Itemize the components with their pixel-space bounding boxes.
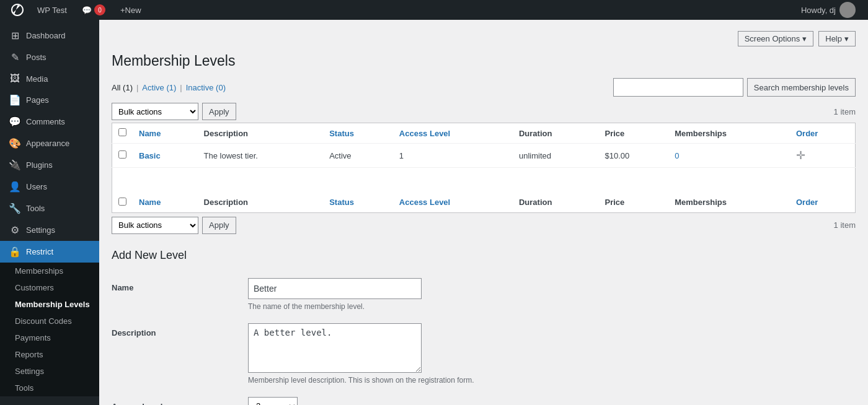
tfoot-access-level: Access Level (393, 193, 513, 213)
submenu-customers[interactable]: Customers (0, 279, 99, 296)
th-status: Status (323, 123, 393, 144)
sidebar-item-plugins[interactable]: 🔌 Plugins (0, 154, 99, 176)
select-all-checkbox[interactable] (118, 128, 126, 136)
th-name: Name (133, 123, 198, 144)
membership-table: Name Description Status Access Level Dur… (112, 123, 856, 213)
bulk-actions-select-top[interactable]: Bulk actions (112, 103, 198, 120)
sidebar-item-restrict[interactable]: 🔒 Restrict (0, 241, 99, 263)
tfoot-price: Price (598, 193, 668, 213)
plugins-icon: 🔌 (9, 159, 21, 171)
sidebar-item-comments[interactable]: 💬 Comments (0, 111, 99, 133)
submenu-tools[interactable]: Tools (0, 380, 99, 396)
name-input[interactable] (248, 278, 422, 299)
screen-options-button[interactable]: Screen Options ▾ (738, 31, 814, 46)
tfoot-status-link[interactable]: Status (329, 198, 354, 207)
sidebar-item-media[interactable]: 🖼 Media (0, 68, 99, 89)
restrict-icon: 🔒 (9, 246, 21, 258)
access-level-field: None 1 2 3 4 5 Level of access this memb… (248, 397, 856, 406)
th-access-level-link[interactable]: Access Level (399, 129, 450, 138)
appearance-icon: 🎨 (9, 137, 21, 149)
tfoot-description: Description (198, 193, 324, 213)
tfoot-duration: Duration (513, 193, 599, 213)
level-name-link[interactable]: Basic (139, 151, 161, 160)
submenu-reports[interactable]: Reports (0, 346, 99, 363)
td-access-level: 1 (393, 144, 513, 168)
td-price: $10.00 (598, 144, 668, 168)
sidebar-item-posts[interactable]: ✎ Posts (0, 46, 99, 68)
tfoot-order-link[interactable]: Order (796, 198, 818, 207)
submenu-settings[interactable]: Settings (0, 363, 99, 380)
tfoot-name-link[interactable]: Name (139, 198, 161, 207)
filter-all[interactable]: All (1) (112, 83, 133, 92)
description-row: Description A better level. Membership l… (112, 317, 856, 391)
item-count-top: 1 item (834, 107, 856, 116)
search-input[interactable] (613, 78, 743, 97)
row-checkbox[interactable] (118, 150, 126, 159)
submenu-payments[interactable]: Payments (0, 329, 99, 346)
access-level-label: Access Level (112, 397, 248, 406)
filter-inactive[interactable]: Inactive (0) (186, 83, 226, 92)
sidebar-item-tools[interactable]: 🔧 Tools (0, 198, 99, 219)
page-title: Membership Levels (112, 53, 856, 69)
th-access-level: Access Level (393, 123, 513, 144)
td-duration: unlimited (513, 144, 599, 168)
apply-button-bottom[interactable]: Apply (202, 217, 236, 234)
tfoot-name: Name (133, 193, 198, 213)
bulk-actions-select-bottom[interactable]: Bulk actions (112, 217, 198, 234)
name-description: The name of the membership level. (248, 302, 856, 311)
sidebar-item-users[interactable]: 👤 Users (0, 176, 99, 198)
user-howdy[interactable]: Howdy, dj (795, 2, 862, 18)
tfoot-memberships: Memberships (668, 193, 790, 213)
description-label: Description (112, 323, 248, 338)
main-content: Screen Options ▾ Help ▾ Membership Level… (99, 20, 868, 405)
th-price: Price (598, 123, 668, 144)
new-content-bar[interactable]: + New (114, 0, 148, 20)
submenu-membership-levels[interactable]: Membership Levels (0, 296, 99, 313)
settings-icon: ⚙ (9, 224, 21, 236)
top-bar: Screen Options ▾ Help ▾ (112, 31, 856, 46)
tfoot-access-level-link[interactable]: Access Level (399, 198, 450, 207)
sidebar-item-pages[interactable]: 📄 Pages (0, 89, 99, 111)
comments-bar[interactable]: 💬 0 (76, 0, 112, 20)
th-order: Order (790, 123, 856, 144)
th-description: Description (198, 123, 324, 144)
restrict-submenu: Memberships Customers Membership Levels … (0, 263, 99, 396)
th-duration: Duration (513, 123, 599, 144)
tfoot-checkbox (112, 193, 133, 213)
chevron-down-icon: ▾ (802, 34, 807, 43)
filter-links: All (1) | Active (1) | Inactive (0) (112, 83, 226, 92)
site-name-bar[interactable]: WP Test (31, 0, 73, 20)
help-button[interactable]: Help ▾ (818, 31, 856, 46)
description-field: A better level. Membership level descrip… (248, 323, 856, 385)
submenu-memberships[interactable]: Memberships (0, 263, 99, 279)
description-description: Membership level description. This is sh… (248, 376, 856, 385)
sidebar-item-appearance[interactable]: 🎨 Appearance (0, 133, 99, 154)
empty-row (112, 168, 856, 193)
memberships-link[interactable]: 0 (675, 151, 679, 160)
td-memberships: 0 (668, 144, 790, 168)
sidebar: ⊞ Dashboard ✎ Posts 🖼 Media 📄 Pages 💬 Co… (0, 20, 99, 405)
bulk-bar-top: Bulk actions Apply 1 item (112, 103, 856, 120)
table-header-row: Name Description Status Access Level Dur… (112, 123, 856, 144)
posts-icon: ✎ (9, 51, 21, 63)
select-all-footer-checkbox[interactable] (118, 198, 126, 206)
th-order-link[interactable]: Order (796, 129, 818, 138)
name-label: Name (112, 278, 248, 292)
submenu-discount-codes[interactable]: Discount Codes (0, 313, 99, 329)
description-textarea[interactable]: A better level. (248, 323, 422, 373)
th-status-link[interactable]: Status (329, 129, 354, 138)
add-new-level-section: Add New Level Name The name of the membe… (112, 249, 856, 406)
td-status: Active (323, 144, 393, 168)
sidebar-item-settings[interactable]: ⚙ Settings (0, 219, 99, 241)
admin-bar: WP Test 💬 0 + New Howdy, dj (0, 0, 868, 20)
th-name-link[interactable]: Name (139, 129, 161, 138)
search-button[interactable]: Search membership levels (747, 78, 856, 97)
access-level-select[interactable]: None 1 2 3 4 5 (248, 397, 298, 406)
wp-logo[interactable] (6, 4, 29, 16)
sidebar-item-dashboard[interactable]: ⊞ Dashboard (0, 25, 99, 46)
filter-active[interactable]: Active (1) (142, 83, 176, 92)
drag-handle-icon[interactable]: ✛ (796, 149, 805, 162)
th-checkbox (112, 123, 133, 144)
comments-icon: 💬 (9, 116, 21, 128)
apply-button-top[interactable]: Apply (202, 103, 236, 120)
